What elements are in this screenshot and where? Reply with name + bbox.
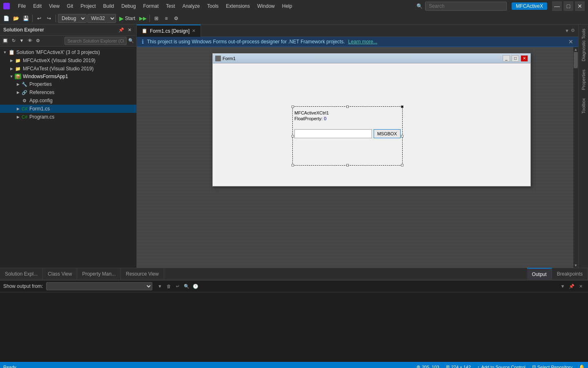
menu-extensions[interactable]: Extensions (223, 2, 253, 10)
sidebar-show-all-btn[interactable]: 👁 (26, 37, 33, 44)
run-button[interactable]: ▶ Start (117, 14, 138, 22)
output-wrap-btn[interactable]: ↵ (174, 282, 182, 290)
vscroll-thumb[interactable] (574, 52, 578, 68)
handle-bl[interactable] (292, 164, 294, 166)
menu-bar: File Edit View Git Project Build Debug F… (15, 2, 295, 10)
tree-item-props[interactable]: ▶ 🔧 Properties (0, 80, 136, 88)
output-pin-btn[interactable]: 📌 (568, 282, 576, 290)
menu-git[interactable]: Git (64, 2, 76, 10)
handle-tc[interactable] (346, 105, 349, 108)
sidebar-collapse-btn[interactable]: ▼ (18, 37, 25, 44)
menu-build[interactable]: Build (100, 2, 118, 10)
open-btn[interactable]: 📂 (11, 14, 20, 23)
tree-item-refs[interactable]: ▶ 🔗 References (0, 88, 136, 96)
view-tab-property-manager[interactable]: Property Man... (77, 268, 121, 280)
menu-debug[interactable]: Debug (118, 2, 139, 10)
output-find-btn[interactable]: 🔍 (183, 282, 191, 290)
info-close-btn[interactable]: ✕ (568, 38, 573, 45)
menu-window[interactable]: Window (254, 2, 278, 10)
output-clear-btn[interactable]: 🗑 (165, 282, 173, 290)
menu-analyze[interactable]: Analyze (179, 2, 203, 10)
minimize-button[interactable]: — (552, 1, 562, 11)
form-minimize-btn[interactable]: _ (503, 55, 510, 62)
breakpoints-tab-btn[interactable]: Breakpoints (552, 268, 588, 280)
tree-item-program[interactable]: ▶ C# Program.cs (0, 113, 136, 121)
properties-icon: 🔧 (21, 81, 28, 88)
status-select-repo[interactable]: ⊟ Select Repository (532, 364, 572, 368)
maximize-button[interactable]: □ (564, 1, 573, 11)
platform-select[interactable]: Win32 (87, 14, 116, 23)
ctrl-textbox[interactable] (294, 129, 372, 138)
sidebar-filter-btn[interactable]: ⚙ (34, 37, 42, 44)
handle-tl[interactable] (292, 105, 294, 108)
tree-item-form1[interactable]: ▶ C# Form1.cs (0, 105, 136, 113)
menu-edit[interactable]: Edit (30, 2, 45, 10)
output-close-btn[interactable]: ✕ (577, 282, 585, 290)
info-learn-more-link[interactable]: Learn more... (348, 39, 377, 45)
toolbox-tab[interactable]: Toolbox (579, 95, 588, 117)
output-filter-btn[interactable]: ▼ (156, 282, 164, 290)
run-next-btn[interactable]: ▶▶ (138, 14, 147, 23)
handle-ml[interactable] (292, 135, 294, 137)
tab-form1design[interactable]: 📋 Form1.cs [Design] ✕ (137, 25, 201, 37)
vscroll-down-btn[interactable]: ▼ (573, 263, 578, 268)
handle-mr[interactable] (401, 135, 403, 137)
title-search-input[interactable] (425, 2, 507, 11)
search-solution-btn[interactable]: 🔍 (127, 37, 135, 44)
save-btn[interactable]: 💾 (21, 14, 30, 23)
sidebar-close-btn[interactable]: ✕ (126, 26, 133, 34)
menu-file[interactable]: File (15, 2, 29, 10)
view-tab-solution-explorer[interactable]: Solution Expl... (0, 268, 43, 280)
sidebar-pin-btn[interactable]: 📌 (118, 26, 125, 34)
close-button[interactable]: ✕ (575, 1, 585, 11)
sidebar-header: Solution Explorer 📌 ✕ (0, 25, 136, 36)
status-bell[interactable]: 🔔 (579, 364, 585, 368)
properties-tab[interactable]: Properties (579, 66, 588, 93)
sidebar-new-btn[interactable]: 🔲 (2, 37, 9, 44)
redo-btn[interactable]: ↪ (45, 14, 53, 23)
tree-item-mfc2[interactable]: ▶ 📁 MFCAxTest (Visual Studio 2019) (0, 65, 136, 73)
menu-help[interactable]: Help (279, 2, 296, 10)
msgbox-button[interactable]: MSGBOX (374, 129, 401, 138)
handle-br[interactable] (401, 164, 403, 166)
tab-settings-btn[interactable]: ⚙ (571, 28, 575, 33)
output-source-select[interactable] (46, 282, 152, 290)
vscroll-up-btn[interactable]: ▲ (573, 47, 578, 52)
toolbar-btn-extra2[interactable]: ≡ (162, 14, 171, 23)
status-source-control[interactable]: ↑ Add to Source Control (477, 365, 526, 368)
output-tab-btn[interactable]: Output (527, 268, 552, 280)
menu-view[interactable]: View (46, 2, 63, 10)
designer-canvas[interactable]: Form1 _ □ ✕ (137, 47, 573, 268)
info-bar: ℹ This project is using Windows Forms ou… (137, 37, 578, 47)
tree-item-mfc1[interactable]: ▶ 📁 MFCActiveX (Visual Studio 2019) (0, 56, 136, 65)
tree-item-appconfig[interactable]: ▶ ⚙ App.config (0, 96, 136, 105)
view-tabs-bar: Solution Expl... Class View Property Man… (0, 268, 588, 280)
tab-dropdown-btn[interactable]: ▼ (565, 28, 569, 33)
menu-format[interactable]: Format (140, 2, 162, 10)
toolbar-btn-extra1[interactable]: ⊞ (152, 14, 161, 23)
tree-item-winforms[interactable]: ▼ 📦 WindowsFormsApp1 (0, 73, 136, 80)
new-file-btn[interactable]: 📄 (2, 14, 11, 23)
view-tab-class-view[interactable]: Class View (43, 268, 77, 280)
expand-icon-solution: ▼ (2, 50, 8, 54)
search-solution-input[interactable] (65, 37, 127, 45)
sidebar-refresh-btn[interactable]: ↻ (10, 37, 17, 44)
undo-btn[interactable]: ↩ (35, 14, 44, 23)
menu-project[interactable]: Project (77, 2, 99, 10)
form-maximize-btn[interactable]: □ (512, 55, 519, 62)
toolbar-btn-extra3[interactable]: ⚙ (172, 14, 180, 23)
float-prop-text: FloatProperty: (294, 116, 323, 121)
output-dropdown-btn[interactable]: ▼ (559, 282, 567, 290)
menu-tools[interactable]: Tools (204, 2, 222, 10)
diagnostic-tools-tab[interactable]: Diagnostic Tools (579, 25, 588, 65)
output-clock-btn[interactable]: 🕐 (192, 282, 200, 290)
handle-bc[interactable] (346, 164, 349, 166)
designer-wrapper: Form1 _ □ ✕ (137, 47, 578, 268)
view-tab-resource-view[interactable]: Resource View (121, 268, 164, 280)
debug-config-select[interactable]: Debug (58, 14, 87, 23)
tab-close-form1[interactable]: ✕ (192, 28, 196, 34)
handle-tr[interactable] (401, 105, 403, 108)
form-close-btn[interactable]: ✕ (521, 55, 528, 62)
menu-test[interactable]: Test (163, 2, 178, 10)
tree-item-solution[interactable]: ▼ 📋 Solution 'MFCActiveX' (3 of 3 projec… (0, 48, 136, 56)
